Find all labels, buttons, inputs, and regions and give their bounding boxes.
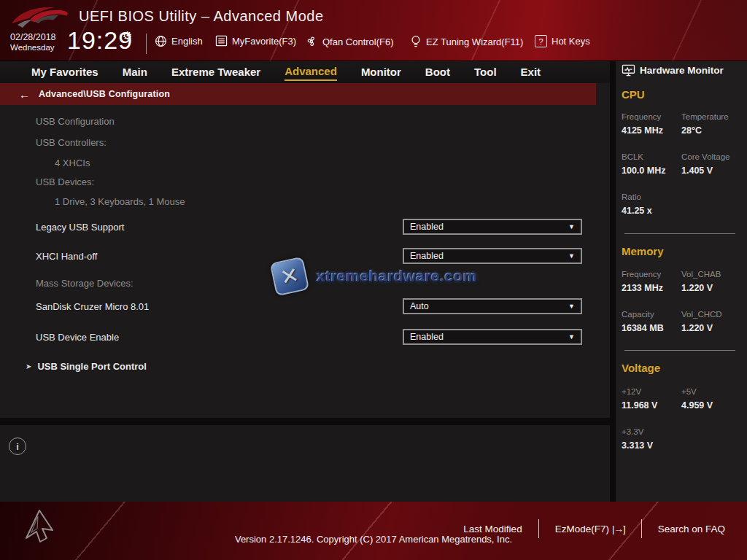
tab-tool[interactable]: Tool [474, 64, 497, 80]
stat-value: 16384 MB [622, 323, 664, 333]
chevron-down-icon: ▼ [568, 252, 575, 260]
hot-keys-label: Hot Keys [551, 36, 590, 47]
stat-label: Vol_CHCD [681, 310, 722, 319]
cpu-temperature: Temperature 28°C [681, 112, 729, 136]
myfavorite-button[interactable]: MyFavorite(F3) [215, 35, 296, 47]
memory-section-title: Memory [622, 245, 664, 257]
legacy-usb-support-label: Legacy USB Support [36, 222, 124, 233]
sandisk-cruzer-dropdown[interactable]: Auto ▼ [403, 298, 582, 314]
search-on-faq-button[interactable]: Search on FAQ [642, 524, 741, 534]
mass-storage-devices-label: Mass Storage Devices: [36, 278, 133, 289]
stat-value: 2133 MHz [622, 283, 663, 293]
stat-label: Vol_CHAB [681, 270, 721, 279]
stat-label: Capacity [622, 310, 664, 319]
section-divider [624, 350, 735, 351]
date-text: 02/28/2018 [10, 32, 56, 43]
legacy-usb-support-dropdown[interactable]: Enabled ▼ [403, 219, 582, 235]
language-label: English [171, 36, 203, 47]
header-bar: UEFI BIOS Utility – Advanced Mode 02/28/… [0, 0, 747, 61]
memory-vol-chcd: Vol_CHCD 1.220 V [681, 310, 722, 334]
info-icon: i [9, 438, 26, 455]
tab-boot[interactable]: Boot [425, 64, 450, 80]
memory-capacity: Capacity 16384 MB [622, 310, 664, 334]
stat-label: +3.3V [622, 427, 653, 437]
voltage-12v: +12V 11.968 V [622, 387, 657, 411]
footer-bar: Last Modified EzMode(F7) |→] Search on F… [0, 502, 747, 560]
dropdown-value: Enabled [410, 332, 568, 342]
settings-panel: ← Advanced\USB Configuration USB Configu… [0, 83, 610, 418]
stat-label: BCLK [622, 152, 665, 162]
stat-value: 4.959 V [681, 400, 713, 411]
tab-main[interactable]: Main [123, 64, 147, 80]
voltage-section-title: Voltage [622, 362, 660, 374]
stat-label: Core Voltage [681, 152, 730, 162]
myfavorite-label: MyFavorite(F3) [232, 36, 296, 47]
cpu-section-title: CPU [622, 88, 645, 101]
stat-label: +12V [622, 387, 657, 397]
hot-keys-button[interactable]: ? Hot Keys [535, 35, 590, 47]
stat-value: 1.405 V [681, 166, 730, 176]
stat-value: 3.313 V [622, 440, 653, 451]
ezmode-button[interactable]: EzMode(F7) |→] [539, 524, 641, 534]
qfan-control-button[interactable]: Qfan Control(F6) [305, 35, 394, 48]
usb-device-enable-dropdown[interactable]: Enabled ▼ [403, 329, 582, 345]
chevron-down-icon: ▼ [568, 303, 575, 310]
cpu-core-voltage: Core Voltage 1.405 V [681, 152, 730, 176]
submenu-arrow-icon: ➤ [26, 362, 31, 370]
globe-icon [155, 35, 167, 47]
tab-monitor[interactable]: Monitor [361, 64, 401, 80]
rog-logo-icon [10, 4, 70, 28]
breadcrumb: ← Advanced\USB Configuration [0, 83, 596, 105]
usb-controllers-label: USB Controllers: [36, 137, 107, 148]
header-divider [146, 34, 147, 54]
exit-to-ezmode-icon: |→] [612, 524, 625, 534]
tab-extreme-tweaker[interactable]: Extreme Tweaker [171, 64, 260, 80]
lightbulb-icon [410, 35, 422, 48]
tab-advanced[interactable]: Advanced [285, 63, 337, 81]
app-title: UEFI BIOS Utility – Advanced Mode [79, 8, 324, 25]
memory-frequency: Frequency 2133 MHz [622, 270, 663, 294]
tab-my-favorites[interactable]: My Favorites [31, 64, 98, 80]
stat-label: Ratio [622, 192, 652, 202]
stat-label: +5V [681, 387, 713, 397]
usb-devices-value: 1 Drive, 3 Keyboards, 1 Mouse [55, 196, 185, 207]
fan-icon [305, 35, 318, 48]
dropdown-value: Auto [410, 301, 568, 311]
stat-value: 41.25 x [622, 206, 652, 216]
stat-label: Frequency [622, 270, 663, 279]
last-modified-label: Last Modified [463, 524, 522, 534]
gear-icon: ⚙ [123, 29, 132, 42]
stat-value: 4125 MHz [622, 125, 663, 136]
search-on-faq-label: Search on FAQ [658, 524, 725, 534]
monitor-icon [622, 64, 635, 77]
dropdown-value: Enabled [410, 251, 568, 261]
breadcrumb-path: Advanced\USB Configuration [39, 89, 170, 99]
xhci-hand-off-dropdown[interactable]: Enabled ▼ [403, 248, 582, 264]
usb-controllers-value: 4 XHCIs [55, 158, 90, 168]
voltage-5v: +5V 4.959 V [681, 387, 713, 411]
stat-value: 100.0 MHz [622, 166, 665, 176]
cpu-bclk: BCLK 100.0 MHz [622, 152, 665, 176]
stat-value: 1.220 V [681, 323, 722, 333]
hardware-monitor-panel: Hardware Monitor CPU Frequency 4125 MHz … [616, 61, 747, 502]
back-arrow-icon[interactable]: ← [19, 88, 30, 101]
last-modified-button[interactable]: Last Modified [447, 524, 538, 534]
qfan-label: Qfan Control(F6) [322, 36, 394, 47]
cpu-frequency: Frequency 4125 MHz [622, 112, 663, 136]
chevron-down-icon: ▼ [568, 333, 575, 341]
stat-label: Temperature [681, 112, 729, 122]
memory-vol-chab: Vol_CHAB 1.220 V [681, 270, 721, 294]
language-button[interactable]: English [155, 35, 203, 47]
section-title: USB Configuration [36, 116, 115, 127]
stat-value: 1.220 V [681, 283, 721, 293]
xhci-hand-off-label: XHCI Hand-off [36, 251, 97, 262]
ez-tuning-wizard-button[interactable]: EZ Tuning Wizard(F11) [410, 35, 523, 48]
submenu-label: USB Single Port Control [37, 361, 147, 372]
question-icon: ? [535, 35, 547, 47]
dropdown-value: Enabled [410, 222, 568, 232]
section-divider [624, 233, 735, 234]
stat-value: 11.968 V [622, 400, 657, 411]
stat-value: 28°C [681, 125, 729, 136]
usb-single-port-control-item[interactable]: ➤ USB Single Port Control [26, 361, 147, 372]
tab-exit[interactable]: Exit [521, 64, 541, 80]
